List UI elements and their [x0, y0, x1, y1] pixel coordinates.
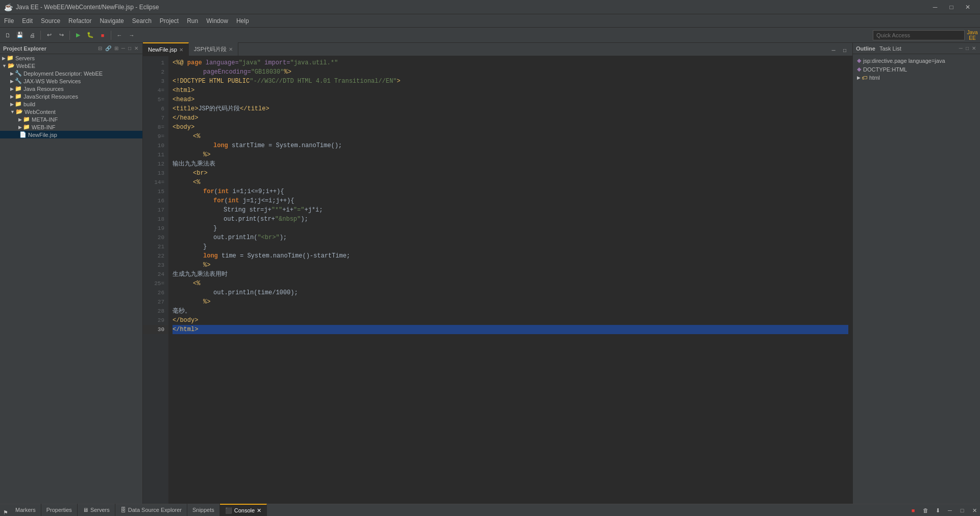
console-clear-btn[interactable]: 🗑	[920, 505, 931, 516]
navigate-back[interactable]: ←	[114, 30, 125, 41]
outline-icons: ─ □ ✕	[958, 45, 977, 52]
tab-console-label: Console	[234, 507, 255, 513]
redo-button[interactable]: ↪	[56, 30, 67, 41]
tree-item-build[interactable]: ▶ 📁 build	[0, 100, 142, 108]
console-maximize[interactable]: □	[957, 505, 968, 516]
js-resources-icon: 📁	[15, 93, 22, 100]
tab-snippets-label: Snippets	[192, 507, 214, 513]
project-explorer-title: Project Explorer	[3, 45, 46, 52]
tree-item-deployment[interactable]: ▶ 🔧 Deployment Descriptor: WebEE	[0, 69, 142, 77]
code-area[interactable]: <%@ page language="java" import="java.ut…	[168, 56, 852, 504]
tab-console-close[interactable]: ✕	[257, 507, 261, 514]
tab-snippets[interactable]: Snippets	[187, 504, 220, 516]
code-line-12: 输出九九乘法表	[173, 159, 848, 169]
line-27: 27	[143, 297, 168, 307]
separator-3	[111, 31, 111, 40]
tree-item-webee[interactable]: ▼ 📂 WebEE	[0, 62, 142, 69]
jaxws-icon: 🔧	[15, 78, 22, 84]
tab-servers[interactable]: 🖥 Servers	[78, 504, 115, 516]
menu-navigate[interactable]: Navigate	[95, 15, 128, 27]
minimize-button[interactable]: ─	[927, 2, 943, 13]
tree-item-servers[interactable]: ▶ 📁 Servers	[0, 54, 142, 62]
code-line-23: %>	[173, 261, 848, 270]
menu-source[interactable]: Source	[37, 15, 64, 27]
outline-item-doctype[interactable]: ◆ DOCTYPE:HTML	[855, 65, 978, 74]
menu-help[interactable]: Help	[232, 15, 253, 27]
console-stop-btn[interactable]: ■	[908, 505, 919, 516]
tab-newfile-label: NewFile.jsp	[148, 46, 177, 53]
menu-window[interactable]: Window	[202, 15, 232, 27]
menu-edit[interactable]: Edit	[18, 15, 37, 27]
outline-item-directive[interactable]: ◆ jsp:directive.page language=java	[855, 56, 978, 65]
tree-item-newfile[interactable]: 📄 NewFile.jsp	[0, 131, 142, 138]
tree-item-webcontent[interactable]: ▼ 📂 WebContent	[0, 108, 142, 115]
tab-newfile[interactable]: NewFile.jsp ✕	[143, 42, 189, 56]
run-button[interactable]: ▶	[72, 30, 84, 41]
tree-item-jaxws[interactable]: ▶ 🔧 JAX-WS Web Services	[0, 77, 142, 85]
console-close[interactable]: ✕	[969, 505, 980, 516]
menu-file[interactable]: File	[0, 15, 18, 27]
tab-console[interactable]: ⬛ Console ✕	[220, 504, 267, 516]
pe-collapse-icon[interactable]: ⊟	[97, 45, 103, 52]
webcontent-icon: 📂	[16, 108, 23, 115]
toolbar-right: Java EE	[873, 30, 978, 41]
line-16: 16	[143, 196, 168, 205]
line-19: 19	[143, 224, 168, 233]
menu-run[interactable]: Run	[183, 15, 202, 27]
pe-close-icon[interactable]: ✕	[133, 45, 139, 52]
menu-project[interactable]: Project	[156, 15, 183, 27]
tree-item-web-inf[interactable]: ▶ 📁 WEB-INF	[0, 123, 142, 131]
console-minimize[interactable]: ─	[944, 505, 955, 516]
print-button[interactable]: 🖨	[27, 30, 38, 41]
maximize-button[interactable]: □	[943, 2, 960, 13]
editor-content[interactable]: 1 2 3 4= 5= 6 7 8= 9= 10 11 12 13 14= 15…	[143, 56, 852, 504]
undo-button[interactable]: ↩	[43, 30, 55, 41]
html-label: html	[869, 75, 880, 81]
tab-jsp-snippet[interactable]: JSP代码片段 ✕	[189, 42, 238, 56]
save-button[interactable]: 💾	[14, 30, 26, 41]
pe-menu-icon[interactable]: ⊞	[113, 45, 119, 52]
web-inf-icon: 📁	[23, 124, 30, 130]
code-line-13: <br>	[173, 169, 848, 178]
outline-close[interactable]: ✕	[971, 45, 977, 52]
outline-title: Outline	[856, 45, 875, 52]
tab-jsp-snippet-close[interactable]: ✕	[229, 46, 233, 52]
console-scroll-btn[interactable]: ⬇	[932, 505, 943, 516]
tab-datasource[interactable]: 🗄 Data Source Explorer	[115, 504, 187, 516]
pe-link-icon[interactable]: 🔗	[104, 45, 112, 52]
tree-item-meta-inf[interactable]: ▶ 📁 META-INF	[0, 115, 142, 123]
line-26: 26	[143, 288, 168, 297]
tab-markers[interactable]: Markers	[10, 504, 41, 516]
line-1: 1	[143, 58, 168, 67]
tab-properties[interactable]: Properties	[41, 504, 78, 516]
code-line-28: 毫秒。	[173, 307, 848, 316]
tab-newfile-close[interactable]: ✕	[179, 47, 183, 53]
window-title: Java EE - WebEE/WebContent/NewFile.jsp -…	[16, 4, 159, 11]
stop-button[interactable]: ■	[97, 30, 108, 41]
tree-item-js-resources[interactable]: ▶ 📁 JavaScript Resources	[0, 92, 142, 100]
line-9: 9=	[143, 132, 168, 141]
tree-item-java-resources[interactable]: ▶ 📁 Java Resources	[0, 85, 142, 92]
editor-maximize[interactable]: □	[839, 44, 850, 56]
menu-search[interactable]: Search	[128, 15, 156, 27]
line-21: 21	[143, 242, 168, 251]
quick-access-input[interactable]	[873, 30, 965, 40]
code-line-21: }	[173, 242, 848, 251]
outline-maximize[interactable]: □	[965, 45, 970, 52]
new-button[interactable]: 🗋	[2, 30, 13, 41]
java-ee-button[interactable]: Java EE	[967, 30, 978, 41]
outline-minimize[interactable]: ─	[958, 45, 964, 52]
outline-item-html[interactable]: ▶ 🏷 html	[855, 74, 978, 82]
menu-refactor[interactable]: Refactor	[64, 15, 95, 27]
tasklist-title[interactable]: Task List	[879, 45, 901, 52]
pe-minimize-icon[interactable]: ─	[120, 45, 126, 52]
editor-minimize[interactable]: ─	[828, 44, 839, 56]
debug-button[interactable]: 🐛	[85, 30, 96, 41]
code-line-29: </body>	[173, 316, 848, 325]
pe-maximize-icon[interactable]: □	[127, 45, 132, 52]
menubar: File Edit Source Refactor Navigate Searc…	[0, 14, 980, 28]
navigate-forward[interactable]: →	[126, 30, 137, 41]
java-resources-icon: 📁	[15, 85, 22, 92]
close-button[interactable]: ✕	[960, 2, 976, 13]
newfile-label: NewFile.jsp	[28, 132, 57, 138]
